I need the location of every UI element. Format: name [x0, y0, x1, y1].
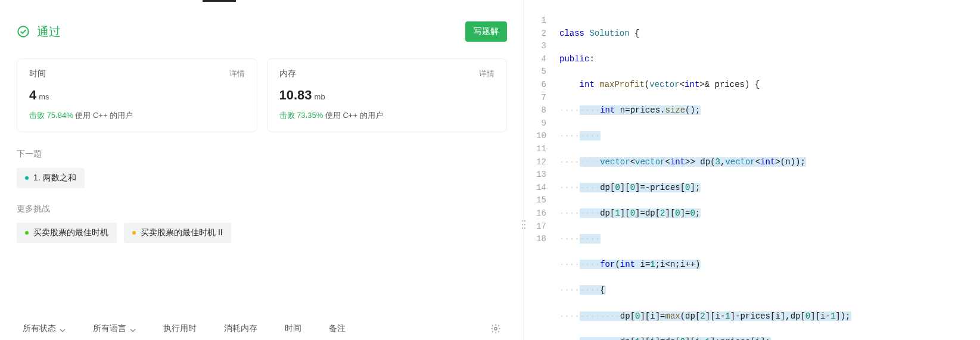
tok-ident: n	[670, 260, 675, 269]
tok-num: 1	[725, 311, 730, 321]
tok-func: max	[665, 311, 680, 321]
memory-detail-link[interactable]: 详情	[479, 68, 494, 79]
tok-num: 1	[650, 260, 655, 269]
filter-time-label: 时间	[285, 323, 301, 334]
svg-point-1	[494, 327, 497, 330]
check-circle-icon	[17, 25, 30, 38]
line-number: 14	[524, 182, 546, 195]
tok-func: maxProfit	[599, 80, 645, 89]
tok-ident: n	[620, 105, 625, 115]
line-number: 5	[524, 65, 546, 79]
line-number: 11	[524, 143, 546, 156]
line-number: 10	[524, 130, 546, 143]
challenge-chip-2[interactable]: 买卖股票的最佳时机 II	[124, 223, 231, 243]
settings-icon[interactable]	[490, 323, 501, 334]
challenge-chip-1[interactable]: 买卖股票的最佳时机	[17, 223, 117, 243]
filter-mem[interactable]: 消耗内存	[224, 323, 257, 334]
filter-exec-time-label: 执行用时	[163, 323, 197, 334]
tok-ident: dp	[791, 311, 801, 321]
tok-ident: prices	[720, 337, 750, 340]
time-beat-pct: 75.84%	[47, 111, 73, 120]
tok-num: 0	[630, 183, 635, 192]
tok-ident: prices	[650, 183, 680, 192]
tok-ident: i	[695, 337, 700, 340]
tok-ident: i	[820, 311, 825, 321]
filter-time[interactable]: 时间	[285, 323, 301, 334]
filter-note[interactable]: 备注	[329, 323, 346, 334]
tok-keyword: int	[760, 157, 775, 167]
difficulty-dot-icon	[25, 176, 29, 180]
tok-type: vector	[725, 157, 755, 167]
tok-num: 1	[830, 311, 835, 321]
tab-strip	[0, 0, 524, 5]
line-number: 9	[524, 117, 546, 130]
line-number: 15	[524, 194, 546, 207]
tok-class: Solution	[589, 29, 629, 38]
time-unit: ms	[39, 92, 49, 101]
tok-ident: dp	[620, 311, 630, 321]
memory-beat-pct: 73.35%	[297, 111, 323, 120]
tok-num: 0	[615, 183, 620, 192]
tok-type: vector	[649, 80, 679, 89]
tok-ident: i	[680, 260, 685, 269]
svg-point-6	[522, 227, 523, 229]
tok-keyword: int	[600, 105, 615, 115]
status-text: 通过	[37, 24, 61, 40]
svg-point-4	[522, 224, 523, 225]
line-number: 8	[524, 104, 546, 117]
filter-all-status-label: 所有状态	[23, 323, 56, 334]
tok-num: 1	[615, 208, 620, 218]
filter-exec-time[interactable]: 执行用时	[163, 323, 197, 334]
tok-num: 3	[715, 157, 720, 167]
memory-label: 内存	[279, 68, 296, 79]
active-tab-underline	[203, 0, 236, 2]
tok-num: 2	[700, 311, 705, 321]
filter-all-lang-label: 所有语言	[93, 323, 126, 334]
time-beat-suffix: 使用 C++ 的用户	[75, 111, 133, 120]
tok-ident: i	[775, 311, 780, 321]
code-area[interactable]: class Solution { public: int maxProfit(v…	[557, 14, 980, 340]
tok-ident: prices	[741, 311, 770, 321]
tok-keyword: int	[685, 80, 699, 89]
tok-ident: i	[715, 311, 720, 321]
tok-ident: i	[660, 260, 665, 269]
tok-keyword: public	[559, 54, 589, 64]
tok-num: 2	[660, 208, 665, 218]
time-detail-link[interactable]: 详情	[229, 68, 245, 79]
line-number: 16	[524, 207, 546, 220]
tok-num: 0	[805, 311, 810, 321]
svg-point-2	[522, 220, 523, 222]
tok-ident: dp	[645, 208, 655, 218]
tok-ident: dp	[620, 337, 630, 340]
next-question-label: 下一题	[17, 149, 507, 160]
tok-keyword: class	[559, 29, 584, 38]
tok-ident: n	[785, 157, 790, 167]
line-number: 13	[524, 169, 546, 182]
tok-keyword: for	[600, 260, 615, 269]
tok-num: 1	[635, 337, 640, 340]
difficulty-dot-icon	[132, 231, 136, 235]
tok-func: size	[665, 105, 685, 115]
tok-num: 0	[635, 311, 640, 321]
tok-ident: i	[650, 311, 655, 321]
write-solution-button[interactable]: 写题解	[465, 21, 507, 42]
line-number-gutter: 1 2 3 4 5 6 7 8 9 10 11 12 13 14 15 16 1…	[524, 14, 557, 340]
code-editor[interactable]: 1 2 3 4 5 6 7 8 9 10 11 12 13 14 15 16 1…	[524, 0, 980, 340]
result-panel: 通过 写题解 时间 详情 4 ms 击败 75.84%	[0, 0, 524, 340]
memory-beat-prefix: 击败	[279, 111, 295, 120]
time-beat-prefix: 击败	[29, 111, 45, 120]
tok-num: 0	[675, 208, 680, 218]
next-question-chip[interactable]: 1. 两数之和	[17, 168, 85, 188]
tok-num: 0	[680, 337, 685, 340]
tok-ident: i	[650, 337, 655, 340]
filter-all-lang[interactable]: 所有语言	[93, 323, 136, 334]
tok-num: 0	[685, 183, 690, 192]
tok-ident: dp	[665, 337, 675, 340]
tok-ident: dp	[685, 311, 695, 321]
filter-all-status[interactable]: 所有状态	[23, 323, 66, 334]
tok-ident: dp	[700, 157, 710, 167]
tok-ident: dp	[600, 208, 610, 218]
tok-ident: i	[755, 337, 760, 340]
tok-ident: prices	[715, 80, 745, 89]
line-number: 3	[524, 40, 546, 53]
